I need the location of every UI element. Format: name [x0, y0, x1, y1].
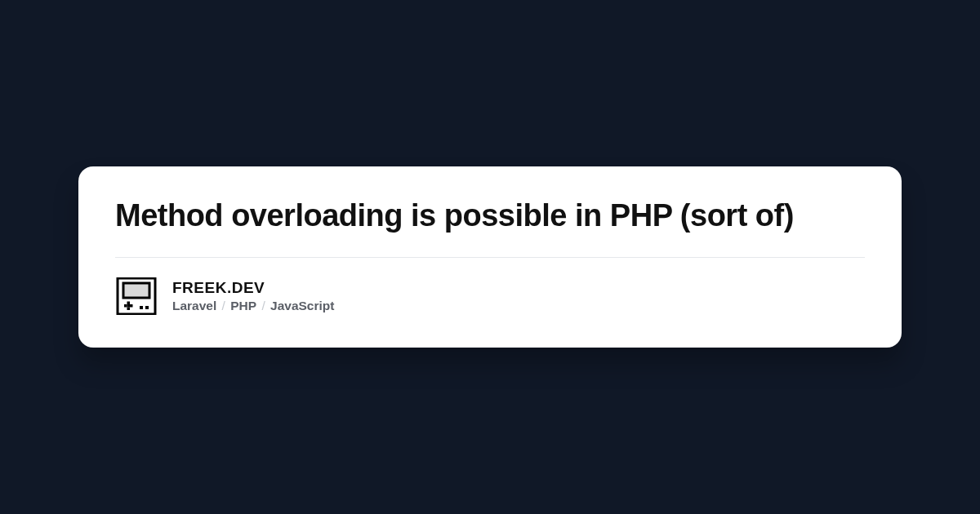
svg-rect-3: [127, 304, 131, 308]
tag-item: JavaScript: [270, 299, 334, 312]
svg-rect-8: [145, 306, 149, 309]
tag-separator: /: [218, 299, 229, 312]
svg-rect-7: [140, 306, 143, 309]
gameboy-icon: [115, 277, 158, 315]
tag-item: Laravel: [172, 299, 216, 312]
tag-item: PHP: [230, 299, 256, 312]
svg-rect-1: [123, 283, 149, 298]
content-card: Method overloading is possible in PHP (s…: [78, 166, 902, 348]
divider: [115, 257, 865, 258]
site-meta: FREEK.DEV Laravel / PHP / JavaScript: [172, 279, 334, 313]
tag-list: Laravel / PHP / JavaScript: [172, 299, 334, 313]
article-title: Method overloading is possible in PHP (s…: [115, 197, 865, 258]
card-footer: FREEK.DEV Laravel / PHP / JavaScript: [115, 277, 865, 315]
svg-rect-6: [127, 308, 131, 311]
site-name: FREEK.DEV: [172, 279, 334, 297]
svg-rect-4: [130, 304, 133, 308]
svg-rect-2: [124, 304, 127, 308]
tag-separator: /: [258, 299, 269, 312]
svg-rect-5: [127, 302, 131, 305]
